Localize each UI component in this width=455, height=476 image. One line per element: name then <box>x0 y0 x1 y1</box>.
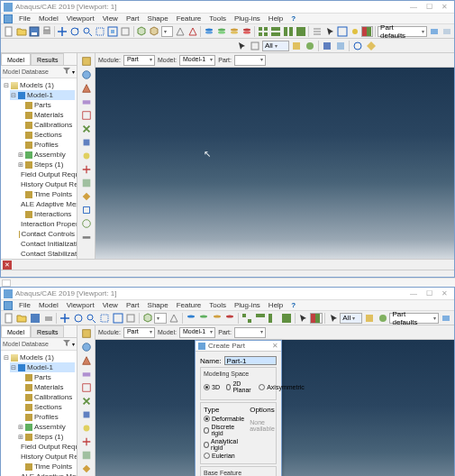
autofit-icon[interactable] <box>120 25 132 38</box>
tree-node[interactable]: Materials <box>17 382 75 392</box>
view-cube-icon[interactable] <box>136 25 148 38</box>
autofit-icon-2[interactable] <box>124 312 137 325</box>
info-icon[interactable] <box>336 25 348 38</box>
new-icon-2[interactable] <box>3 312 15 325</box>
part-dropdown-2[interactable] <box>234 327 266 338</box>
color-button[interactable] <box>361 26 373 37</box>
tree-node[interactable]: Contact Stabilizations <box>17 249 75 259</box>
annot-icon[interactable] <box>311 25 323 38</box>
tab-results[interactable]: Results <box>31 53 64 65</box>
minimize-button-2[interactable]: — <box>406 289 421 298</box>
tree-node[interactable]: ⊞Assembly <box>17 150 75 160</box>
grid3-icon-2[interactable] <box>267 312 279 325</box>
menu-viewport[interactable]: Viewport <box>63 14 98 23</box>
toolbox-btn-7[interactable] <box>79 422 94 435</box>
menu-tools-2[interactable]: Tools <box>205 301 230 309</box>
toolbox-btn-9[interactable] <box>79 177 94 189</box>
toolbox-btn-6[interactable] <box>79 136 94 149</box>
menu-viewport-2[interactable]: Viewport <box>63 301 98 309</box>
tree-node[interactable]: Interaction Properties <box>17 219 75 229</box>
radio-3d[interactable]: 3D <box>204 384 220 390</box>
tree-node[interactable]: History Output Reque <box>17 179 75 189</box>
layers1-icon-2[interactable] <box>185 312 197 325</box>
grid2-icon-2[interactable] <box>254 312 267 325</box>
view-dd-2[interactable]: ▾ <box>154 313 167 324</box>
layers4-icon[interactable] <box>241 25 252 38</box>
pan-icon[interactable] <box>57 25 68 38</box>
sel-f-icon[interactable] <box>365 40 378 52</box>
menu-view[interactable]: View <box>99 14 122 23</box>
view-dropdown[interactable]: ▾ <box>161 26 173 37</box>
print-icon-2[interactable] <box>42 312 55 325</box>
tree-node[interactable]: Calibrations <box>17 120 75 130</box>
layers2-icon-2[interactable] <box>197 312 210 325</box>
zoom-icon[interactable] <box>82 25 94 38</box>
toolbox-btn-1[interactable] <box>79 69 94 81</box>
s2b[interactable] <box>377 312 389 325</box>
sel-all-dd-2[interactable]: All▾ <box>340 313 362 324</box>
sel-b-icon[interactable] <box>304 40 316 52</box>
tree-node[interactable]: ⊞Steps (1) <box>17 160 75 169</box>
persp2-icon[interactable] <box>187 25 198 38</box>
grid1-icon-2[interactable] <box>241 312 253 325</box>
model-tree[interactable]: ⊟Models (1)⊟Model-1PartsMaterialsCalibra… <box>1 78 77 259</box>
layers2-icon[interactable] <box>215 25 227 38</box>
grid3-icon[interactable] <box>282 25 294 38</box>
menu-model-2[interactable]: Model <box>35 301 62 309</box>
td1-icon[interactable] <box>428 25 440 38</box>
view-sel-icon[interactable] <box>149 25 160 38</box>
tree-node[interactable]: Contact Initializations <box>17 239 75 249</box>
menu-feature[interactable]: Feature <box>173 14 205 23</box>
select-icon[interactable] <box>323 25 335 38</box>
partdefaults-dropdown[interactable]: Part defaults▾ <box>378 26 427 37</box>
toolbox-btn-8[interactable] <box>79 435 94 448</box>
view-cube-icon-2[interactable] <box>141 312 154 325</box>
minimize-button[interactable]: — <box>406 3 421 12</box>
model-dropdown-2[interactable]: Model-1 <box>179 327 215 338</box>
dialog-close-button[interactable]: ✕ <box>272 342 278 350</box>
fit-icon[interactable] <box>107 25 119 38</box>
tree-node[interactable]: Field Output Request <box>17 442 75 452</box>
menu-plugins[interactable]: Plug-ins <box>231 14 264 23</box>
tree-node[interactable]: Contact Controls <box>17 229 75 239</box>
toolbox-btn-5[interactable] <box>79 395 94 407</box>
sel-d-icon[interactable] <box>334 40 347 52</box>
part-dropdown[interactable] <box>234 55 266 66</box>
s2a[interactable] <box>363 312 376 325</box>
sel-pointer-icon[interactable] <box>235 40 248 52</box>
status-x-icon[interactable]: ✕ <box>3 261 12 270</box>
radio-analytical-rigid[interactable]: Analytical rigid <box>204 438 244 451</box>
zoom-box-icon-2[interactable] <box>98 312 111 325</box>
menu-file-2[interactable]: File <box>15 301 34 309</box>
toolbox-btn-0[interactable] <box>79 55 94 68</box>
maximize-button-2[interactable]: ☐ <box>422 289 436 298</box>
new-icon[interactable] <box>3 25 14 38</box>
tree-node[interactable]: Parts <box>17 100 75 110</box>
model-tree-2[interactable]: ⊟Models (1)⊟Model-1PartsMaterialsCalibra… <box>1 351 77 476</box>
toolbox-btn-10[interactable] <box>79 462 94 475</box>
grid2-icon[interactable] <box>269 25 281 38</box>
module-dropdown-2[interactable]: Part <box>123 327 155 338</box>
menu-view-2[interactable]: View <box>99 301 122 309</box>
tree-node[interactable]: Profiles <box>17 140 75 150</box>
tree-node[interactable]: ⊞Assembly <box>17 422 75 432</box>
grid4-icon[interactable] <box>295 25 306 38</box>
menu-shape[interactable]: Shape <box>144 14 172 23</box>
toolbox-btn-0[interactable] <box>79 327 94 340</box>
tree-node[interactable]: ALE Adaptive Mesh C <box>17 471 75 476</box>
radio-2d-planar[interactable]: 2D Planar <box>226 380 252 393</box>
menu-help-q[interactable]: ? <box>287 14 299 23</box>
toolbox-btn-13[interactable] <box>79 231 94 243</box>
sel-e-icon[interactable] <box>351 40 364 52</box>
menu-feature-2[interactable]: Feature <box>173 301 205 309</box>
tab-model-2[interactable]: Model <box>1 325 31 337</box>
toolbox-btn-10[interactable] <box>79 190 94 203</box>
tree-node[interactable]: Sections <box>17 402 75 412</box>
tree-node[interactable]: Sections <box>17 130 75 140</box>
query-icon[interactable] <box>349 25 360 38</box>
open-icon[interactable] <box>15 25 27 38</box>
persp-icon-2[interactable] <box>168 312 180 325</box>
tree-node[interactable]: ⊟Models (1) <box>3 80 75 90</box>
sel-pointer-2[interactable] <box>327 312 340 325</box>
tree-node[interactable]: Field Output Request <box>17 169 75 179</box>
